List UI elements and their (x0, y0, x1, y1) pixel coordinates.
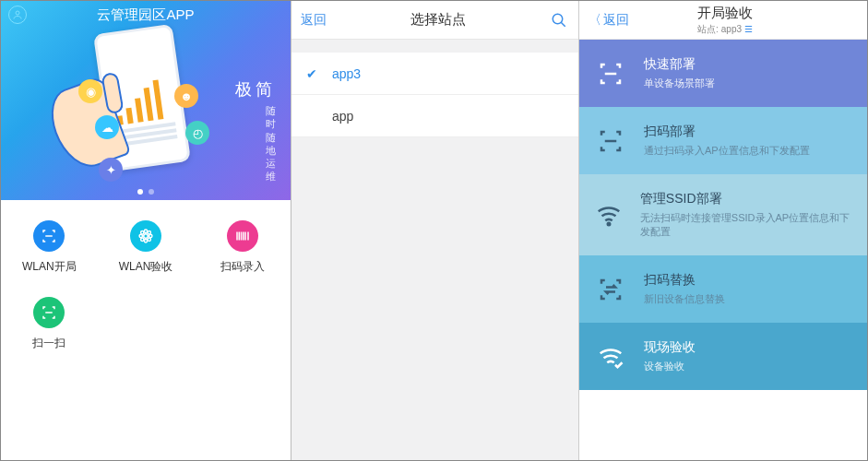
scan-icon (33, 297, 65, 328)
feature-0[interactable]: WLAN开局 (1, 209, 98, 286)
option-title: 扫码部署 (644, 124, 810, 140)
cloud-icon: ☁ (95, 115, 119, 139)
option-2[interactable]: 管理SSID部署无法扫码时连接管理SSID录入AP位置信息和下发配置 (579, 174, 867, 255)
carousel-dots[interactable] (1, 189, 291, 195)
feature-label: 扫码录入 (220, 259, 265, 275)
navbar: 返回 选择站点 (291, 1, 578, 40)
clock-icon: ◴ (185, 121, 209, 145)
app-title: 云管理园区APP (27, 6, 265, 24)
slogan-small: 随时随地运维 (235, 104, 276, 183)
option-desc: 通过扫码录入AP位置信息和下发配置 (644, 144, 810, 158)
feature-2[interactable]: 扫码录入 (194, 209, 291, 286)
wifi-icon (594, 198, 624, 231)
scan-icon (594, 124, 627, 158)
barcode-icon (227, 220, 258, 252)
back-button[interactable]: 〈 返回 (589, 12, 629, 29)
document-icon: ✦ (99, 158, 123, 182)
svg-point-10 (553, 14, 563, 24)
site-row[interactable]: ✔app3 (291, 53, 578, 95)
svg-point-1 (144, 234, 149, 239)
acceptance-panel: 〈 返回 开局验收 站点:app3 ☰ 快速部署单设备场景部署扫码部署通过扫码录… (579, 1, 867, 460)
option-title: 快速部署 (644, 56, 715, 73)
page-title: 选择站点 (327, 11, 549, 29)
svg-point-4 (139, 234, 142, 237)
option-list: 快速部署单设备场景部署扫码部署通过扫码录入AP位置信息和下发配置管理SSID部署… (579, 40, 867, 390)
site-label: app3 (332, 66, 361, 81)
svg-point-0 (16, 11, 19, 15)
option-1[interactable]: 扫码部署通过扫码录入AP位置信息和下发配置 (579, 107, 867, 174)
wifi-check-icon (594, 340, 627, 373)
option-4[interactable]: 现场验收设备验收 (579, 323, 867, 390)
svg-point-5 (149, 234, 152, 237)
swap-icon (594, 273, 627, 306)
scan-icon (33, 220, 65, 252)
back-button[interactable]: 返回 (301, 12, 327, 29)
site-list: ✔app3app (291, 53, 578, 137)
feature-3[interactable]: 扫一扫 (1, 286, 98, 362)
svg-point-9 (148, 238, 150, 241)
svg-point-8 (141, 238, 144, 241)
option-0[interactable]: 快速部署单设备场景部署 (579, 40, 867, 107)
page-subtitle: 站点:app3 ☰ (697, 23, 753, 36)
check-icon: ✔ (306, 66, 323, 81)
list-icon[interactable]: ☰ (744, 24, 753, 34)
feature-label: WLAN开局 (22, 259, 77, 275)
hero-illustration: ◉ ☁ ☻ ◴ ✦ 极简 随时随地运维 (1, 29, 291, 176)
feature-grid: WLAN开局WLAN验收扫码录入扫一扫 (1, 200, 291, 372)
option-title: 管理SSID部署 (640, 191, 852, 207)
select-site-panel: 返回 选择站点 ✔app3app (291, 1, 579, 460)
scan-icon (594, 57, 627, 90)
avatar-icon[interactable] (8, 6, 27, 24)
option-title: 现场验收 (644, 339, 696, 356)
option-desc: 设备验收 (644, 360, 696, 373)
feature-label: 扫一扫 (32, 336, 65, 351)
svg-point-2 (144, 230, 147, 232)
page-title: 开局验收 (697, 5, 753, 22)
option-desc: 无法扫码时连接管理SSID录入AP位置信息和下发配置 (640, 211, 852, 239)
pin-icon: ◉ (78, 79, 102, 103)
option-3[interactable]: 扫码替换新旧设备信息替换 (579, 255, 867, 323)
navbar: 〈 返回 开局验收 站点:app3 ☰ (579, 1, 867, 40)
bell-icon: ☻ (174, 84, 198, 108)
svg-point-7 (148, 231, 150, 234)
feature-1[interactable]: WLAN验收 (98, 209, 195, 286)
site-label: app (332, 109, 353, 124)
svg-point-11 (608, 223, 611, 226)
option-desc: 单设备场景部署 (644, 77, 715, 90)
search-icon[interactable] (549, 10, 569, 30)
home-panel: 云管理园区APP ◉ ☁ ☻ ◴ ✦ 极简 随时随地运维 WLAN开局WLAN验… (1, 1, 291, 460)
option-desc: 新旧设备信息替换 (644, 292, 725, 306)
flower-icon (130, 220, 161, 252)
slogan-big: 极简 (235, 78, 276, 100)
feature-label: WLAN验收 (119, 259, 173, 275)
option-title: 扫码替换 (644, 272, 725, 289)
hero-banner: 云管理园区APP ◉ ☁ ☻ ◴ ✦ 极简 随时随地运维 (1, 1, 291, 200)
svg-point-3 (144, 240, 147, 242)
site-row[interactable]: app (291, 95, 578, 137)
chevron-left-icon: 〈 (589, 12, 601, 29)
svg-point-6 (141, 231, 144, 234)
